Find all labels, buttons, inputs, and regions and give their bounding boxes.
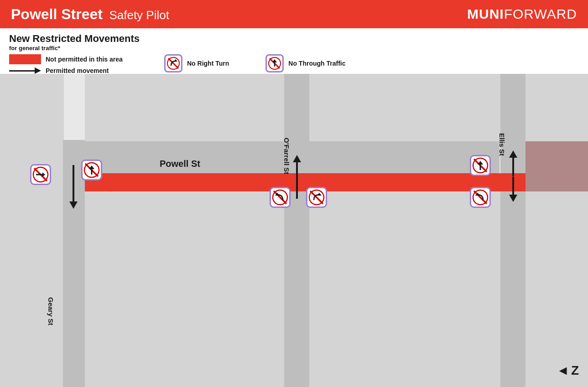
map-sign-ellis-top [470, 155, 491, 176]
legend-subtitle: for general traffic* [9, 45, 579, 52]
red-bar-icon [9, 54, 41, 64]
header-title-bold: Powell Street [11, 6, 103, 22]
arrow-head-up-ellis [509, 150, 517, 158]
block-bottom-right [526, 191, 588, 387]
legend-red-label: Not permitted in this area [46, 56, 123, 63]
geary-st-label: Geary St [47, 297, 55, 325]
legend-item-no-right: No Right Turn [164, 54, 229, 72]
legend-area: New Restricted Movements for general tra… [0, 28, 588, 74]
no-right-turn-legend-icon [164, 54, 182, 72]
north-label: Z [571, 363, 579, 378]
ofarrell-street [284, 74, 309, 387]
block-top-right [526, 74, 588, 141]
no-through-traffic-label: No Through Traffic [288, 60, 345, 67]
no-right-turn-label: No Right Turn [187, 60, 229, 67]
map-sign-ellis-bottom [470, 187, 491, 208]
legend-item-red: Not permitted in this area [9, 54, 146, 64]
map-area: Powell St O'Farrell St Ellis St Geary St [0, 74, 588, 387]
map-sign-geary-intersection [81, 160, 102, 181]
map-sign-ofarrell-right [306, 187, 327, 208]
north-arrow: ◄ Z [557, 363, 579, 378]
header-logo: MUNIFORWARD [467, 6, 577, 22]
arrow-shaft-geary [73, 165, 74, 201]
powell-st-label: Powell St [160, 159, 200, 169]
map-sign-ofarrell-left [270, 187, 291, 208]
arrow-ellis-up [509, 150, 517, 176]
legend-title: New Restricted Movements [9, 33, 579, 45]
block-brown [526, 141, 588, 191]
restricted-band-powell [85, 173, 526, 191]
arrow-shaft [9, 70, 35, 72]
arrow-shaft-ofarrell [296, 162, 298, 199]
map-sign-geary-left [30, 164, 51, 185]
arrow-head-up-ofarrell [293, 155, 301, 162]
arrow-shaft-ellis-1 [512, 158, 514, 176]
arrow-head [35, 67, 41, 74]
arrow-head-down-ellis [509, 195, 517, 202]
legend-item-no-through: No Through Traffic [265, 54, 345, 72]
legend-right-col: No Through Traffic [265, 54, 345, 72]
arrow-head-geary [69, 201, 78, 209]
block-top-center-right [309, 74, 500, 141]
ofarrell-st-label: O'Farrell St [283, 138, 291, 174]
legend-left-col: Not permitted in this area Permitted mov… [9, 54, 146, 74]
header-title: Powell Street Safety Pilot [11, 6, 169, 23]
arrow-geary-down [69, 165, 78, 209]
block-bottom-center-left [85, 191, 284, 387]
legend-item-arrow: Permitted movement [9, 67, 146, 74]
header-title-light: Safety Pilot [109, 8, 169, 22]
arrow-shaft-ellis-2 [512, 176, 514, 195]
block-bottom-center-right [309, 191, 500, 387]
block-top-center-left [85, 74, 284, 141]
ellis-st-label: Ellis St [498, 133, 506, 156]
ellis-street [500, 74, 526, 387]
logo-forward: FORWARD [504, 6, 577, 21]
arrow-ellis-down [509, 176, 517, 202]
north-arrow-symbol: ◄ [557, 363, 569, 378]
logo-muni: MUNI [467, 6, 504, 21]
block-left-notch [0, 74, 41, 141]
no-through-legend-icon [265, 54, 284, 72]
legend-arrow-label: Permitted movement [46, 67, 109, 74]
header: Powell Street Safety Pilot MUNIFORWARD [0, 0, 588, 28]
arrow-ofarrell-up [293, 155, 301, 199]
